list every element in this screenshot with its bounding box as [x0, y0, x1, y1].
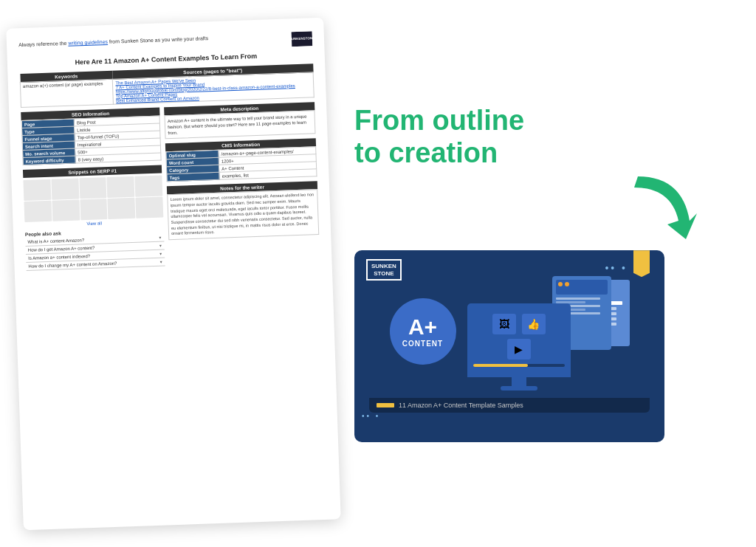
main-container: SUNKENSTONE Always reference the writing… — [0, 0, 756, 547]
monitor-base — [501, 386, 537, 391]
seo-label: Keyword difficulty — [23, 156, 75, 165]
paa-chevron-icon: ▼ — [158, 235, 162, 239]
monitor-stand — [512, 377, 526, 386]
snippet-10 — [136, 196, 164, 218]
monitor-screen: 🖼 👍 ▶ — [467, 303, 571, 377]
play-icon: ▶ — [507, 339, 531, 359]
bookmark-icon — [633, 250, 650, 277]
doc-header-text: Always reference the writing guidelines … — [18, 31, 312, 49]
preview-card: SUNKENSTONE •• • A+ CONTENT — [354, 250, 664, 442]
arrow-container — [354, 169, 741, 243]
monitor-body: 🖼 👍 ▶ — [467, 303, 571, 391]
image-icon: 🖼 — [492, 314, 516, 334]
bottom-bar-text: 11 Amazon A+ Content Template Samples — [399, 402, 523, 409]
snippets-grid — [23, 175, 163, 222]
snippet-9 — [108, 197, 136, 219]
tagline: From outline to creation — [354, 105, 524, 169]
snippet-5 — [135, 175, 163, 196]
notes-box: Lorem ipsum dolor sit amet, consectetur … — [167, 189, 319, 240]
monitor-stack: 🖼 👍 ▶ — [467, 272, 630, 391]
monitor-progress-bar — [473, 364, 565, 367]
preview-bottom-bar: 11 Amazon A+ Content Template Samples — [369, 398, 650, 413]
keywords-sources-table: Keywords Sources (pages to "beat") amazo… — [19, 63, 314, 108]
card-header-strip — [556, 280, 608, 295]
doc-logo: SUNKENSTONE — [292, 31, 313, 47]
paa-chevron-icon: ▼ — [159, 251, 162, 255]
aplus-text: A+ — [408, 316, 437, 338]
paa-question: Is Amazon a+ content indexed? — [28, 253, 90, 260]
paa-chevron-icon: ▼ — [159, 243, 162, 247]
snippet-6 — [24, 200, 52, 221]
paa-question: How do I change my A+ content on Amazon? — [28, 261, 117, 268]
monitor-progress-fill — [473, 364, 528, 367]
preview-logo: SUNKENSTONE — [366, 259, 402, 281]
cms-label: Tags — [167, 172, 219, 181]
paa-chevron-icon: ▼ — [159, 259, 163, 264]
card-line-1 — [556, 297, 600, 300]
bottom-bar-indicator — [377, 403, 394, 407]
document-card: SUNKENSTONE Always reference the writing… — [6, 17, 340, 530]
monitor-icon-row: 🖼 👍 — [492, 314, 546, 334]
seo-table: PageBlog PostTypeListicleFunnel stageTop… — [21, 115, 162, 165]
card-dot-1 — [558, 282, 563, 286]
preview-logo-box: SUNKENSTONE — [366, 259, 402, 281]
like-icon: 👍 — [522, 314, 546, 334]
snippet-8 — [80, 199, 108, 220]
snippet-2 — [51, 178, 79, 199]
monitor-icon-row-2: ▶ — [507, 339, 531, 359]
tagline-line2: to creation — [354, 137, 524, 170]
small-dots-icon: •• • — [362, 412, 380, 420]
snippet-7 — [52, 199, 80, 221]
meta-desc-box: Amazon A+ content is the ultimate way to… — [165, 110, 316, 139]
center-content: A+ CONTENT — [369, 272, 650, 391]
keyword-value: amazon a(+) content (or page) examples — [20, 79, 114, 107]
card-dot-2 — [565, 282, 569, 286]
paa-question: How do I get Amazon A+ content? — [28, 245, 95, 252]
snippet-4 — [107, 176, 135, 197]
tagline-line1: From outline — [354, 105, 524, 137]
content-badge-label: CONTENT — [402, 340, 443, 348]
arrow-icon — [623, 169, 712, 243]
snippet-1 — [23, 179, 51, 200]
aplus-badge: A+ CONTENT — [390, 298, 456, 365]
writing-guidelines-link[interactable]: writing guidelines — [68, 38, 108, 45]
snippet-3 — [79, 177, 107, 199]
cms-table: Optimal slug/amazon-a+-page-content-exam… — [165, 146, 317, 182]
people-also-ask: People also ask What is A+ content Amazo… — [25, 227, 165, 271]
paa-question: What is A+ content Amazon? — [27, 238, 84, 244]
right-panel: From outline to creation SUNKENSTONE •• … — [354, 105, 741, 442]
